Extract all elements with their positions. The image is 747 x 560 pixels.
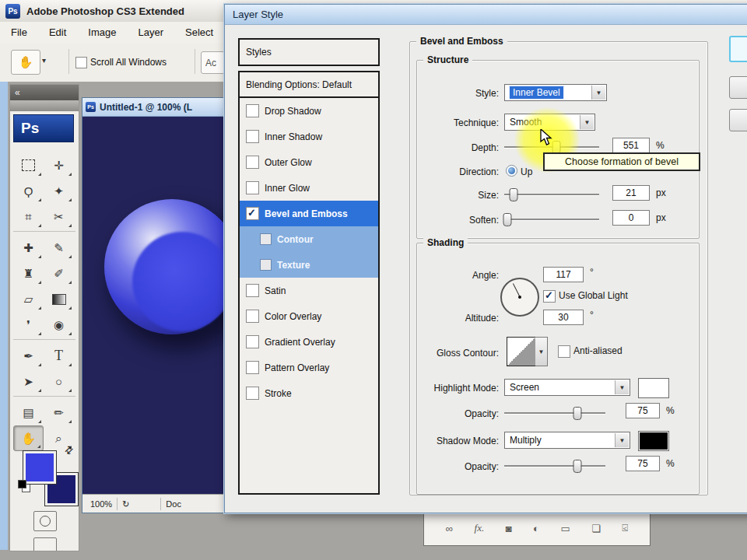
contour-thumbnail[interactable]: [260, 233, 272, 245]
highlight-mode-dropdown[interactable]: Screen▼: [504, 379, 630, 396]
document-title-bar[interactable]: Ps Untitled-1 @ 100% (L: [82, 98, 230, 117]
hand-tool[interactable]: ✋: [13, 425, 44, 451]
style-item-satin[interactable]: Satin: [240, 278, 378, 303]
inner-glow-checkbox[interactable]: [246, 181, 259, 194]
path-selection-tool[interactable]: ➤: [13, 369, 44, 394]
bevel-style-dropdown[interactable]: Inner Bevel▼: [504, 84, 607, 101]
satin-checkbox[interactable]: [246, 284, 259, 297]
style-item-blending-options[interactable]: Blending Options: Default: [240, 72, 378, 98]
menu-file[interactable]: File: [0, 22, 38, 43]
chevron-down-icon[interactable]: ▾: [42, 56, 46, 65]
highlight-opacity-slider[interactable]: [504, 406, 605, 420]
foreground-color-swatch[interactable]: [23, 450, 57, 485]
adjustment-layer-icon[interactable]: ◐: [533, 523, 539, 534]
size-slider[interactable]: [504, 187, 599, 201]
delete-layer-icon[interactable]: ⍃: [622, 522, 628, 534]
layer-effects-icon[interactable]: fx.: [475, 522, 485, 534]
shadow-opacity-slider[interactable]: [504, 459, 605, 473]
pen-tool[interactable]: ✒: [13, 343, 44, 369]
soften-field[interactable]: 0: [612, 210, 650, 226]
soften-slider[interactable]: [504, 212, 599, 226]
style-item-pattern-overlay[interactable]: Pattern Overlay: [240, 355, 378, 380]
depth-field[interactable]: 551: [612, 138, 650, 153]
ok-button[interactable]: [729, 36, 747, 62]
size-field[interactable]: 21: [612, 185, 650, 201]
link-layers-icon[interactable]: ∞: [446, 523, 453, 534]
style-item-contour[interactable]: Contour: [240, 226, 378, 252]
document-canvas[interactable]: [82, 117, 230, 494]
angle-field[interactable]: 117: [543, 267, 584, 282]
direction-up-radio[interactable]: [506, 165, 517, 177]
gloss-contour-arrow[interactable]: ▼: [535, 337, 548, 366]
zoom-level-field[interactable]: 100%: [90, 499, 112, 509]
angle-dial[interactable]: [500, 278, 539, 317]
style-item-gradient-overlay[interactable]: Gradient Overlay: [240, 329, 378, 355]
texture-thumbnail[interactable]: [260, 259, 272, 271]
altitude-field[interactable]: 30: [543, 310, 584, 325]
type-tool[interactable]: T: [44, 343, 74, 369]
shape-tool[interactable]: ○: [44, 369, 74, 394]
tool-preset-picker[interactable]: ✋: [11, 50, 40, 75]
blur-tool[interactable]: ❜: [13, 312, 44, 338]
gradient-overlay-checkbox[interactable]: [246, 335, 259, 348]
menu-layer[interactable]: Layer: [128, 22, 175, 43]
bevel-emboss-checkbox[interactable]: [246, 207, 259, 220]
shadow-color-swatch[interactable]: [638, 431, 669, 451]
gloss-contour-thumbnail[interactable]: [507, 337, 536, 366]
highlight-opacity-field[interactable]: 75: [626, 403, 660, 418]
menu-image[interactable]: Image: [77, 22, 127, 43]
eyedropper-icon: ✏: [54, 406, 64, 420]
style-item-texture[interactable]: Texture: [240, 252, 378, 278]
gradient-tool[interactable]: [44, 286, 74, 312]
palette-drag-bar[interactable]: [10, 100, 79, 111]
dialog-title-bar[interactable]: Layer Style: [225, 5, 747, 25]
notes-tool[interactable]: ▤: [13, 400, 44, 425]
rectangular-marquee-tool[interactable]: [13, 152, 44, 178]
screen-mode-button[interactable]: [33, 537, 57, 551]
stroke-checkbox[interactable]: [246, 387, 259, 400]
style-item-color-overlay[interactable]: Color Overlay: [240, 303, 378, 329]
highlight-color-swatch[interactable]: [638, 378, 669, 398]
palette-collapse-bar[interactable]: «: [10, 85, 79, 100]
drop-shadow-checkbox[interactable]: [246, 104, 259, 117]
menu-edit[interactable]: Edit: [38, 22, 77, 43]
scroll-all-windows-checkbox[interactable]: [75, 57, 87, 68]
healing-brush-tool[interactable]: ✚: [13, 235, 44, 261]
crop-tool[interactable]: ⌗: [13, 204, 44, 229]
anti-aliased-checkbox[interactable]: [558, 345, 570, 358]
style-item-inner-glow[interactable]: Inner Glow: [240, 175, 378, 201]
menu-select[interactable]: Select: [174, 22, 224, 43]
inner-shadow-checkbox[interactable]: [246, 130, 259, 143]
style-item-bevel-and-emboss[interactable]: Bevel and Emboss: [240, 201, 378, 226]
new-layer-icon[interactable]: ❏: [591, 523, 601, 534]
lasso-tool[interactable]: Ϙ: [13, 178, 44, 204]
style-item-drop-shadow[interactable]: Drop Shadow: [240, 98, 378, 124]
eyedropper-tool[interactable]: ✏: [44, 400, 74, 425]
dodge-tool[interactable]: ◉: [44, 312, 74, 338]
outer-glow-checkbox[interactable]: [246, 156, 259, 169]
history-brush-tool[interactable]: ✐: [44, 261, 74, 286]
quick-mask-button[interactable]: [33, 511, 57, 531]
sphere-layer[interactable]: [104, 199, 231, 334]
style-item-stroke[interactable]: Stroke: [240, 380, 378, 406]
pattern-overlay-checkbox[interactable]: [246, 361, 259, 374]
layer-mask-icon[interactable]: ◙: [506, 523, 512, 534]
move-tool[interactable]: ✛: [44, 152, 74, 178]
direction-label: Direction:: [421, 166, 499, 177]
slice-tool[interactable]: ✂: [44, 204, 74, 229]
shadow-opacity-field[interactable]: 75: [626, 456, 660, 471]
cancel-button[interactable]: [729, 76, 747, 99]
clone-stamp-tool[interactable]: ♜: [13, 261, 44, 286]
new-group-icon[interactable]: ▭: [560, 523, 570, 534]
brush-tool[interactable]: ✎: [44, 235, 74, 261]
shadow-opacity-unit: %: [666, 458, 675, 469]
use-global-light-checkbox[interactable]: [543, 290, 556, 303]
style-item-inner-shadow[interactable]: Inner Shadow: [240, 124, 378, 149]
color-overlay-checkbox[interactable]: [246, 310, 259, 323]
magic-wand-tool[interactable]: ✦: [44, 178, 74, 204]
style-item-outer-glow[interactable]: Outer Glow: [240, 149, 378, 175]
eraser-tool[interactable]: ▱: [13, 286, 44, 312]
shadow-mode-dropdown[interactable]: Multiply▼: [504, 432, 630, 449]
new-style-button[interactable]: [729, 109, 747, 131]
status-info-icon[interactable]: ↻: [122, 499, 129, 509]
